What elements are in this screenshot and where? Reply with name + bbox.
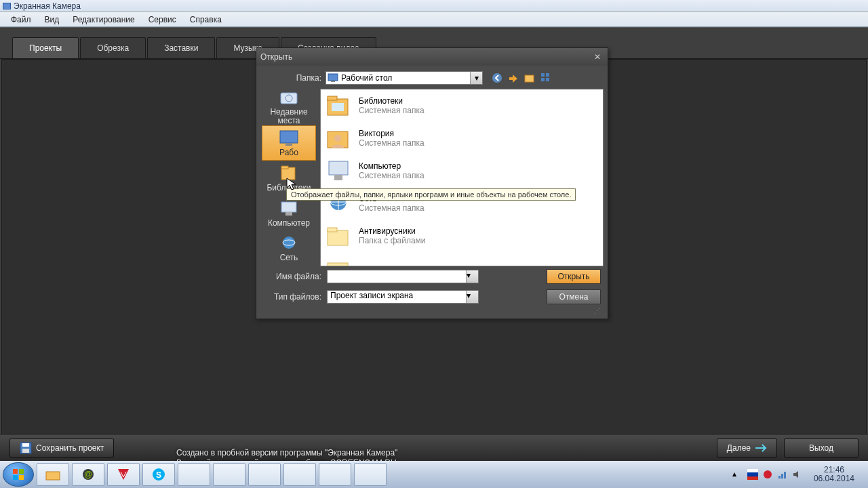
taskbar-clock[interactable]: 21:46 06.04.2014 xyxy=(807,466,861,483)
svg-rect-35 xyxy=(19,469,24,474)
file-list[interactable]: БиблиотекиСистемная папка ВикторияСистем… xyxy=(320,89,604,266)
computer-icon xyxy=(325,157,352,184)
app-icon xyxy=(3,3,11,9)
file-item[interactable]: ВикторияСистемная папка xyxy=(321,122,603,155)
place-network[interactable]: Сеть xyxy=(262,231,316,266)
menu-edit[interactable]: Редактирование xyxy=(66,13,141,26)
filetype-combo[interactable]: Проект записи экрана▾ xyxy=(327,290,479,304)
svg-rect-29 xyxy=(328,263,348,266)
save-project-button[interactable]: Сохранить проект xyxy=(9,439,114,458)
svg-rect-13 xyxy=(281,166,288,169)
places-bar: Недавние места Рабо Отображает файлы, па… xyxy=(260,89,317,266)
svg-rect-38 xyxy=(46,472,60,480)
svg-rect-8 xyxy=(281,93,297,104)
file-item[interactable]: АнтивирусникиПапка с файлами xyxy=(321,220,603,252)
svg-rect-7 xyxy=(546,78,549,81)
open-file-dialog: Открыть ✕ Папка: Рабочий стол ▾ Недавние… xyxy=(256,47,608,319)
taskbar-skype[interactable]: S xyxy=(142,463,175,486)
place-computer[interactable]: Компьютер xyxy=(262,196,316,231)
svg-rect-19 xyxy=(328,96,337,100)
folder-combo[interactable]: Рабочий стол ▾ xyxy=(326,71,483,85)
svg-point-22 xyxy=(334,135,341,142)
tray-icon[interactable]: ▴ xyxy=(732,469,743,480)
file-item[interactable] xyxy=(321,252,603,266)
dialog-close-button[interactable]: ✕ xyxy=(591,52,604,62)
svg-rect-4 xyxy=(541,73,545,77)
arrow-right-icon xyxy=(755,444,767,452)
folder-icon xyxy=(325,255,352,266)
taskbar-item[interactable] xyxy=(283,463,316,486)
svg-rect-36 xyxy=(13,475,18,480)
tab-projects[interactable]: Проекты xyxy=(12,37,79,58)
taskbar-app[interactable]: @ xyxy=(72,463,104,486)
open-button[interactable]: Открыть xyxy=(547,269,601,284)
file-item[interactable]: КомпьютерСистемная папка xyxy=(321,155,603,187)
exit-button[interactable]: Выход xyxy=(784,439,859,458)
svg-rect-23 xyxy=(329,161,348,175)
filetype-label: Тип файлов: xyxy=(263,292,321,302)
taskbar-item[interactable] xyxy=(213,463,245,486)
tab-crop[interactable]: Обрезка xyxy=(80,37,146,58)
svg-rect-6 xyxy=(541,78,545,81)
svg-rect-47 xyxy=(778,476,781,479)
menu-service[interactable]: Сервис xyxy=(142,13,183,26)
dialog-titlebar[interactable]: Открыть ✕ xyxy=(256,48,608,66)
system-tray: ▴ 21:46 06.04.2014 xyxy=(732,466,865,483)
desktop-icon xyxy=(328,73,338,83)
dialog-toolbar xyxy=(491,72,552,84)
svg-rect-27 xyxy=(328,230,348,245)
taskbar-item[interactable] xyxy=(178,463,210,486)
svg-point-46 xyxy=(764,470,772,479)
cancel-button[interactable]: Отмена xyxy=(547,289,601,304)
taskbar-kaspersky[interactable] xyxy=(107,463,140,486)
file-item[interactable]: БиблиотекиСистемная папка xyxy=(321,89,603,122)
taskbar-item[interactable] xyxy=(248,463,281,486)
tray-volume-icon[interactable] xyxy=(792,469,803,480)
svg-rect-45 xyxy=(747,476,758,480)
tray-icon[interactable] xyxy=(762,469,773,480)
place-desktop[interactable]: Рабо Отображает файлы, папки, ярлыки про… xyxy=(262,125,316,161)
folder-dropdown-button[interactable]: ▾ xyxy=(470,72,482,84)
filename-dropdown[interactable]: ▾ xyxy=(466,270,478,283)
menu-view[interactable]: Вид xyxy=(38,13,66,26)
tray-network-icon[interactable] xyxy=(777,469,788,480)
svg-rect-10 xyxy=(280,131,298,143)
menu-help[interactable]: Справка xyxy=(183,13,229,26)
svg-rect-12 xyxy=(281,167,295,180)
svg-text:S: S xyxy=(156,470,161,480)
folder-label: Папка: xyxy=(263,73,321,83)
window-titlebar: Экранная Камера xyxy=(0,0,868,12)
svg-rect-20 xyxy=(332,103,344,111)
back-icon[interactable] xyxy=(491,72,503,84)
svg-rect-49 xyxy=(784,472,786,479)
taskbar-explorer[interactable] xyxy=(37,463,69,486)
svg-rect-31 xyxy=(22,443,29,447)
new-folder-icon[interactable] xyxy=(524,72,536,84)
place-tooltip: Отображает файлы, папки, ярлыки программ… xyxy=(286,188,576,201)
resize-grip[interactable]: ⋰ xyxy=(260,307,604,314)
user-folder-icon xyxy=(325,125,352,152)
next-button[interactable]: Далее xyxy=(717,439,777,458)
taskbar: @ S ▴ 21:46 06.04.2014 xyxy=(0,461,868,488)
libraries-icon xyxy=(325,92,352,119)
tray-flag-icon[interactable] xyxy=(747,469,758,480)
place-recent[interactable]: Недавние места xyxy=(262,89,316,125)
taskbar-item[interactable] xyxy=(354,463,387,486)
svg-text:@: @ xyxy=(84,470,92,479)
start-button[interactable] xyxy=(3,462,34,487)
view-menu-icon[interactable] xyxy=(540,72,552,84)
up-icon[interactable] xyxy=(507,72,519,84)
tab-intros[interactable]: Заставки xyxy=(147,37,215,58)
svg-rect-37 xyxy=(19,475,24,480)
svg-rect-43 xyxy=(747,469,758,472)
svg-rect-32 xyxy=(22,449,29,453)
taskbar-item[interactable] xyxy=(319,463,351,486)
svg-rect-24 xyxy=(334,175,342,180)
svg-rect-44 xyxy=(747,472,758,476)
menu-bar: Файл Вид Редактирование Сервис Справка xyxy=(0,12,868,27)
svg-rect-15 xyxy=(285,212,292,216)
svg-rect-0 xyxy=(328,74,338,81)
filetype-dropdown[interactable]: ▾ xyxy=(466,291,478,303)
filename-input[interactable]: ▾ xyxy=(327,270,479,283)
menu-file[interactable]: Файл xyxy=(4,13,38,26)
